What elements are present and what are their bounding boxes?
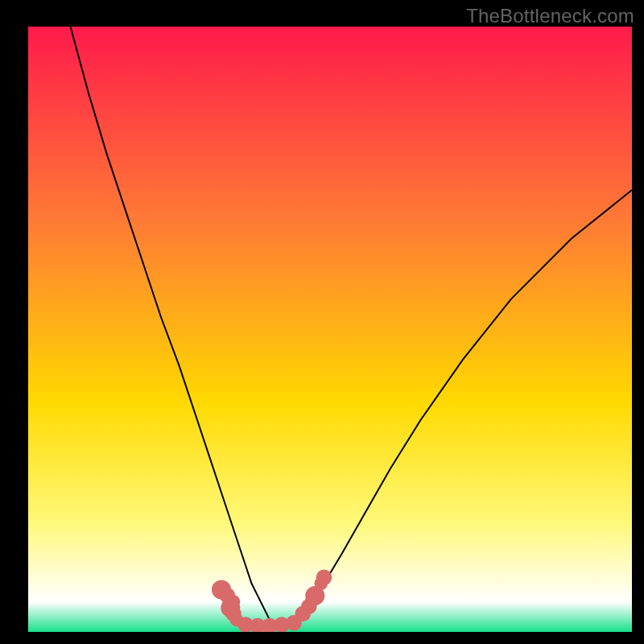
plot-area — [28, 27, 632, 632]
plot-svg — [28, 27, 632, 632]
chart-frame: TheBottleneck.com — [0, 0, 644, 644]
data-marker — [316, 570, 332, 586]
gradient-background — [28, 27, 632, 632]
watermark-text: TheBottleneck.com — [466, 5, 634, 27]
